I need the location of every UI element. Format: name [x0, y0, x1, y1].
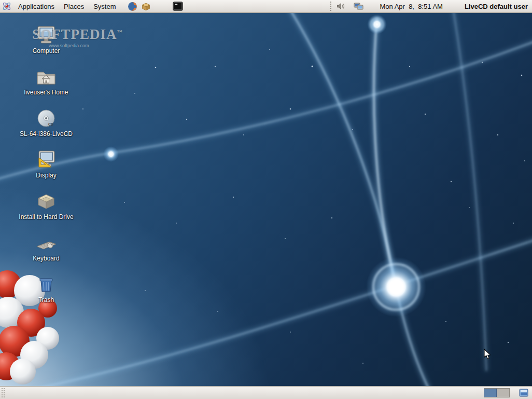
- icon-label: Computer: [33, 48, 60, 54]
- workspace-switcher: [484, 388, 510, 397]
- desktop-icon-home[interactable]: liveuser's Home: [7, 67, 85, 108]
- trash-icon: [35, 274, 58, 295]
- desktop-icon-column: Computer liveuser's Home: [7, 25, 85, 316]
- icon-label: Keyboard: [33, 255, 59, 262]
- desktop-icon-trash[interactable]: Trash: [7, 274, 85, 316]
- icon-label: Trash: [38, 297, 54, 304]
- desktop-icon-keyboard[interactable]: Keyboard: [7, 233, 85, 274]
- package-icon: [141, 2, 151, 11]
- sl-menu-logo-icon[interactable]: [1, 1, 12, 12]
- icon-label: Install to Hard Drive: [19, 214, 73, 221]
- desktop-icon-display[interactable]: Display: [7, 150, 85, 191]
- desktop-surface[interactable]: SOFTPEDIA™ www.softpedia.com Computer: [0, 13, 532, 386]
- keyboard-icon: [35, 233, 58, 254]
- network-monitors-icon: [354, 2, 364, 11]
- firefox-icon: [128, 2, 137, 11]
- panel-drag-handle[interactable]: [1, 388, 5, 398]
- cd-badge: CD: [48, 122, 53, 126]
- window-selector-icon: [519, 389, 528, 397]
- firefox-launcher[interactable]: [127, 1, 138, 12]
- menu-applications-label: Applications: [18, 3, 54, 10]
- hard-drive-icon: [35, 191, 58, 212]
- icon-label: SL-64-i386-LiveCD: [20, 131, 73, 137]
- software-launcher[interactable]: [140, 1, 151, 12]
- computer-icon: [35, 25, 58, 46]
- menu-system-label: System: [93, 3, 116, 10]
- top-panel: Applications Places System: [0, 0, 532, 13]
- desktop-icon-computer[interactable]: Computer: [7, 25, 85, 67]
- terminal-launcher[interactable]: [172, 1, 184, 12]
- panel-separator: [329, 1, 332, 11]
- menu-applications[interactable]: Applications: [13, 0, 59, 13]
- display-settings-icon: [35, 150, 58, 171]
- cd-disc-icon: CD: [35, 108, 58, 129]
- menu-system[interactable]: System: [89, 0, 120, 13]
- speaker-icon: [337, 2, 345, 10]
- icon-label: Display: [36, 172, 56, 179]
- menu-places[interactable]: Places: [59, 0, 89, 13]
- home-folder-icon: [35, 67, 58, 88]
- network-applet[interactable]: [353, 1, 365, 12]
- desktop-icon-livecd[interactable]: CD SL-64-i386-LiveCD: [7, 108, 85, 150]
- workspace-1[interactable]: [484, 389, 497, 397]
- icon-label: liveuser's Home: [24, 89, 68, 96]
- menu-places-label: Places: [64, 3, 84, 10]
- workspace-2[interactable]: [497, 389, 509, 397]
- bottom-panel: [0, 386, 532, 399]
- window-selector-applet[interactable]: [518, 387, 529, 398]
- desktop-icon-install[interactable]: Install to Hard Drive: [7, 191, 85, 233]
- atom-icon: [2, 1, 12, 11]
- terminal-icon: [173, 2, 183, 11]
- volume-applet[interactable]: [335, 1, 347, 12]
- user-switcher[interactable]: LiveCD default user: [465, 3, 528, 10]
- clock[interactable]: Mon Apr 8, 8:51 AM: [380, 3, 443, 10]
